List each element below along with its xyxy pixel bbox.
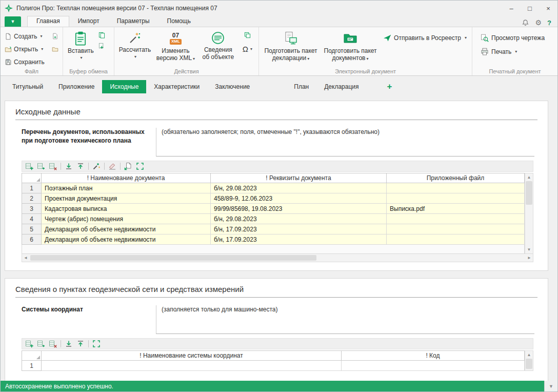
new-from-template-icon[interactable] xyxy=(52,33,58,40)
doc-tab-zaklyuchenie[interactable]: Заключение xyxy=(207,80,257,93)
cell-doc-name[interactable]: Поэтажный план xyxy=(42,183,211,193)
scroll-up-button[interactable]: ▲ xyxy=(525,351,533,359)
change-xml-version-button[interactable]: 07 XML Изменить версию XML▾ xyxy=(153,30,198,68)
row-number[interactable]: 5 xyxy=(22,224,42,234)
copy-icon[interactable] xyxy=(98,32,105,38)
column-header-cs-code[interactable]: ! Код xyxy=(342,351,525,361)
row-number[interactable]: 2 xyxy=(22,193,42,204)
scrollbar-thumb[interactable] xyxy=(30,255,316,261)
omega-symbols-button[interactable]: Ω ▾ xyxy=(241,44,254,54)
maximize-button[interactable]: □ xyxy=(521,1,539,16)
doc-tab-prilozhenie[interactable]: Приложение xyxy=(51,80,102,93)
cell-doc-file[interactable] xyxy=(387,193,525,204)
doc-tab-titulnyy[interactable]: Титульный xyxy=(5,80,51,93)
cell-doc-details[interactable]: б/н, 29.08.2023 xyxy=(211,214,387,224)
create-button[interactable]: Создать ▾ xyxy=(3,30,61,43)
prepare-documents-package-button[interactable]: Подготовить пакет документов▾ xyxy=(321,30,380,68)
row-number[interactable]: 1 xyxy=(22,183,42,193)
object-info-button[interactable]: Сведения об объекте xyxy=(198,30,238,68)
cell-cs-code[interactable] xyxy=(342,361,525,371)
column-header-doc-details[interactable]: ! Реквизиты документа xyxy=(211,173,387,183)
insert-row-icon[interactable] xyxy=(37,162,45,170)
move-row-down-icon[interactable] xyxy=(65,162,73,170)
folder-icon[interactable] xyxy=(52,46,58,52)
clear-eraser-icon[interactable] xyxy=(108,162,116,170)
add-row-icon[interactable] xyxy=(25,340,33,348)
cell-doc-details[interactable]: 458/89-9, 12.06.2023 xyxy=(211,193,387,204)
notifications-bell-icon[interactable] xyxy=(522,19,529,27)
import-xml-icon[interactable] xyxy=(124,162,132,170)
tab-pomosch[interactable]: Помощь xyxy=(158,16,200,27)
cell-doc-file[interactable] xyxy=(387,183,525,193)
layers-icon[interactable] xyxy=(244,32,251,38)
cell-cs-name[interactable] xyxy=(42,361,342,371)
cell-doc-name[interactable]: Проектная документация xyxy=(42,193,211,204)
tab-parametry[interactable]: Параметры xyxy=(108,16,158,27)
scroll-right-button[interactable]: ► xyxy=(527,256,531,260)
cell-doc-name[interactable]: Кадастровая выписка xyxy=(42,204,211,214)
open-button[interactable]: Открыть ▾ xyxy=(3,43,61,55)
row-number[interactable]: 6 xyxy=(22,234,42,245)
app-menu-button[interactable]: ▼ xyxy=(5,16,21,27)
minimize-button[interactable]: – xyxy=(502,1,521,16)
delete-row-icon[interactable] xyxy=(49,340,57,348)
cell-doc-details[interactable]: б/н, 29.08.2023 xyxy=(211,183,387,193)
calculate-button[interactable]: Рассчитать ▾ xyxy=(116,30,153,68)
insert-row-icon[interactable] xyxy=(37,340,45,348)
horizontal-scrollbar[interactable]: ◄ ► xyxy=(22,254,533,262)
cell-doc-details[interactable]: 99/99/85698, 19.08.2023 xyxy=(211,204,387,214)
doc-tab-iskhodnye[interactable]: Исходные xyxy=(102,80,146,93)
scroll-up-button[interactable]: ▲ xyxy=(525,173,533,181)
column-header-doc-file[interactable]: Приложенный файл xyxy=(387,173,525,183)
row-number[interactable]: 3 xyxy=(22,204,42,214)
cell-doc-details[interactable]: б/н, 17.09.2023 xyxy=(211,234,387,245)
cell-doc-name[interactable]: Декларация об объекте недвижимости xyxy=(42,234,211,245)
move-row-up-icon[interactable] xyxy=(76,340,85,348)
scrollbar-thumb[interactable] xyxy=(526,181,532,205)
scrollbar-thumb[interactable] xyxy=(526,359,532,369)
send-to-rosreestr-button[interactable]: Отправить в Росреестр ▾ xyxy=(381,32,469,44)
cell-doc-details[interactable]: б/н, 17.09.2023 xyxy=(211,224,387,234)
vertical-scrollbar[interactable]: ▲ ▼ xyxy=(525,173,533,254)
fullscreen-icon[interactable] xyxy=(92,340,101,348)
close-button[interactable]: × xyxy=(539,1,557,16)
doc-tab-plan[interactable]: План xyxy=(286,80,316,93)
save-button[interactable]: Сохранить xyxy=(3,55,61,68)
tab-import[interactable]: Импорт xyxy=(69,16,108,27)
vertical-scrollbar[interactable]: ▲ xyxy=(525,350,533,371)
move-row-up-icon[interactable] xyxy=(76,162,85,170)
scroll-left-button[interactable]: ◄ xyxy=(24,256,28,260)
settings-gear-icon[interactable]: ⚙ xyxy=(535,18,542,27)
scroll-down-button[interactable]: ▼ xyxy=(525,246,533,253)
print-button[interactable]: Печать ▾ xyxy=(479,46,551,57)
column-header-doc-name[interactable]: ! Наименование документа xyxy=(42,173,211,183)
wand-fill-icon[interactable] xyxy=(92,162,101,170)
prepare-declaration-package-button[interactable]: Подготовить пакет декларации▾ xyxy=(261,30,321,68)
doc-tab-deklaratsiya[interactable]: Декларация xyxy=(316,80,366,93)
fullscreen-icon[interactable] xyxy=(136,162,144,170)
delete-row-icon[interactable] xyxy=(49,162,57,170)
add-tab-button[interactable]: + xyxy=(380,81,400,93)
column-header-cs-name[interactable]: ! Наименование системы координат xyxy=(42,351,342,361)
paste-button[interactable]: Вставить ▾ xyxy=(65,30,96,62)
doc-tab-kharakteristiki[interactable]: Характеристики xyxy=(146,80,207,93)
cell-doc-file[interactable] xyxy=(387,214,525,224)
cell-doc-file[interactable] xyxy=(387,234,525,245)
help-icon[interactable]: ? xyxy=(547,19,551,27)
cell-doc-name[interactable]: Чертеж (абрис) помещения xyxy=(42,214,211,224)
coordinate-systems-table: ! Наименование системы координат ! Код 1 xyxy=(22,350,525,371)
select-all-corner[interactable] xyxy=(22,351,42,361)
cell-doc-name[interactable]: Декларация об объекте недвижимости xyxy=(42,224,211,234)
send-icon xyxy=(383,34,391,42)
cell-doc-file[interactable] xyxy=(387,224,525,234)
row-number[interactable]: 1 xyxy=(22,361,42,371)
cell-doc-file[interactable]: Выписка.pdf xyxy=(387,204,525,214)
tab-glavnaya[interactable]: Главная xyxy=(27,16,69,27)
add-row-icon[interactable] xyxy=(25,162,33,170)
select-all-corner[interactable] xyxy=(22,173,42,183)
paste-special-icon[interactable] xyxy=(98,43,105,49)
view-drawing-button[interactable]: Просмотр чертежа xyxy=(479,32,551,44)
scroll-down-button[interactable]: ▼ xyxy=(544,381,557,391)
move-row-down-icon[interactable] xyxy=(65,340,73,348)
row-number[interactable]: 4 xyxy=(22,214,42,224)
